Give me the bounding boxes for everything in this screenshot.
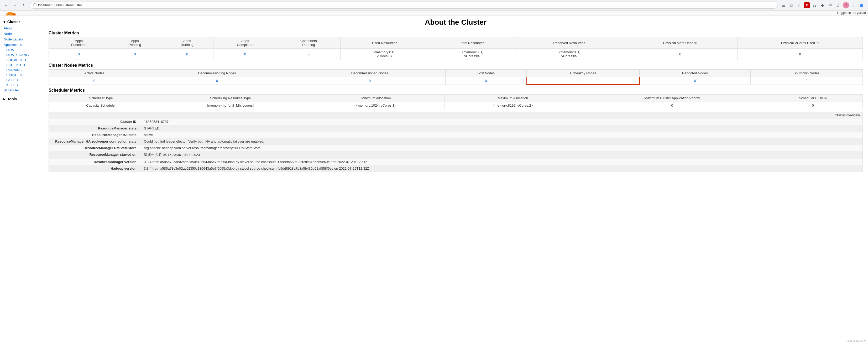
cluster-id-row: Cluster ID: 1685953416707 bbox=[49, 119, 863, 125]
cluster-info-table: Cluster ID: 1685953416707 ResourceManage… bbox=[49, 119, 863, 172]
scheduler-metrics-header: Scheduler Metrics bbox=[49, 88, 863, 93]
col-minimum-allocation: Minimum Allocation bbox=[308, 95, 444, 102]
val-maximum-allocation: <memory:8192, vCores:2> bbox=[444, 102, 581, 109]
sidebar-tools-label: Tools bbox=[7, 97, 17, 101]
sidebar-toggle-icon[interactable]: ▦ bbox=[859, 2, 865, 8]
val-decommissioned-nodes[interactable]: 0 bbox=[294, 77, 445, 85]
sidebar-sub-new[interactable]: NEW bbox=[0, 48, 43, 53]
rm-ha-state-label: ResourceManager HA state: bbox=[49, 131, 141, 138]
star-icon[interactable]: ☆ bbox=[796, 2, 802, 8]
col-shutdown-nodes: Shutdown Nodes bbox=[750, 70, 863, 77]
url-bar[interactable]: ⓘ localhost:8088/cluster/cluster bbox=[30, 2, 778, 9]
cluster-metrics-header: Cluster Metrics bbox=[49, 31, 863, 35]
col-rebooted-nodes: Rebooted Nodes bbox=[640, 70, 750, 77]
sidebar-sub-running[interactable]: RUNNING bbox=[0, 67, 43, 72]
rm-version-value: 3.3.4 from a585a73c3e02ac62350c136643a5e… bbox=[141, 159, 863, 165]
col-physical-mem: Physical Mem Used % bbox=[623, 37, 737, 49]
col-active-nodes: Active Nodes bbox=[49, 70, 140, 77]
sidebar-sub-killed[interactable]: KILLED bbox=[0, 83, 43, 88]
cluster-arrow-icon: ▼ bbox=[3, 20, 6, 24]
val-apps-completed[interactable]: 0 bbox=[213, 49, 277, 60]
history-icon[interactable]: ♬ bbox=[835, 2, 841, 8]
more-menu-icon[interactable]: ⋮ bbox=[851, 2, 857, 8]
sidebar-item-node-labels[interactable]: Node Labels bbox=[0, 36, 43, 42]
col-apps-submitted: AppsSubmitted bbox=[49, 37, 109, 49]
browser-ext-icon[interactable]: ◆ bbox=[819, 2, 826, 8]
profile-icon[interactable]: P bbox=[804, 2, 810, 8]
collections-icon[interactable]: ☷ bbox=[811, 2, 817, 8]
val-decommissioning-nodes[interactable]: 0 bbox=[140, 77, 294, 85]
col-scheduler-type: Scheduler Type bbox=[49, 95, 153, 102]
sidebar: ▼ Cluster About Nodes Node Labels Applic… bbox=[0, 15, 43, 339]
cluster-id-label: Cluster ID: bbox=[49, 119, 141, 125]
rm-started-label: ResourceManager started on: bbox=[49, 151, 141, 159]
col-apps-running: AppsRunning bbox=[161, 37, 213, 49]
rm-ha-state-row: ResourceManager HA state: active bbox=[49, 131, 863, 138]
col-total-resources: Total Resources bbox=[429, 37, 516, 49]
rm-zookeeper-value: Could not find leader elector. Verify bo… bbox=[141, 138, 863, 145]
cluster-nodes-metrics-header: Cluster Nodes Metrics bbox=[49, 63, 863, 68]
reload-button[interactable]: ↻ bbox=[21, 2, 27, 8]
col-used-resources: Used Resources bbox=[340, 37, 429, 49]
rm-ha-state-value: active bbox=[141, 131, 863, 138]
cluster-id-value: 1685953416707 bbox=[141, 119, 863, 125]
back-button[interactable]: ← bbox=[3, 2, 9, 8]
rm-state-label: ResourceManager state: bbox=[49, 125, 141, 131]
col-scheduler-busy: Scheduler Busy % bbox=[763, 95, 863, 102]
rm-zookeeper-label: ResourceManager HA zookeeper connection … bbox=[49, 138, 141, 145]
url-text: localhost:8088/cluster/cluster bbox=[38, 3, 82, 7]
svg-point-5 bbox=[8, 14, 9, 15]
sidebar-sub-submitted[interactable]: SUBMITTED bbox=[0, 58, 43, 62]
cluster-metrics-table: AppsSubmitted AppsPending AppsRunning Ap… bbox=[49, 37, 863, 60]
sidebar-item-applications[interactable]: Applications bbox=[0, 42, 43, 48]
val-shutdown-nodes[interactable]: 0 bbox=[750, 77, 863, 85]
val-apps-running[interactable]: 0 bbox=[161, 49, 213, 60]
val-reserved-resources: <memory:0 B,vCores:0> bbox=[516, 49, 623, 60]
sidebar-item-about[interactable]: About bbox=[0, 26, 43, 31]
forward-button[interactable]: → bbox=[12, 2, 19, 8]
col-apps-pending: AppsPending bbox=[109, 37, 161, 49]
hadoop-version-row: Hadoop version: 3.3.4 from a585a73c3e02a… bbox=[49, 165, 863, 172]
val-scheduler-type: Capacity Scheduler bbox=[49, 102, 153, 109]
cluster-nodes-table: Active Nodes Decommissioning Nodes Decom… bbox=[49, 69, 863, 85]
col-apps-completed: AppsCompleted bbox=[213, 37, 277, 49]
val-rebooted-nodes[interactable]: 0 bbox=[640, 77, 750, 85]
sidebar-sub-new-saving[interactable]: NEW_SAVING bbox=[0, 53, 43, 58]
security-icon: ⓘ bbox=[33, 3, 36, 7]
val-lost-nodes[interactable]: 0 bbox=[445, 77, 527, 85]
col-containers-running: ContainersRunning bbox=[277, 37, 341, 49]
val-containers-running: 0 bbox=[277, 49, 341, 60]
hadoop-version-value: 3.3.4 from a585a73c3e02ac62350c136643a5e… bbox=[141, 165, 863, 172]
sidebar-cluster-section: ▼ Cluster About Nodes Node Labels Applic… bbox=[0, 18, 43, 93]
tools-arrow-icon: ► bbox=[3, 97, 6, 101]
sidebar-sub-finished[interactable]: FINISHED bbox=[0, 72, 43, 77]
cluster-overview-header: Cluster overview bbox=[49, 112, 863, 119]
sidebar-cluster-header[interactable]: ▼ Cluster bbox=[0, 18, 43, 26]
hadoop-version-label: Hadoop version: bbox=[49, 165, 141, 172]
page-layout: ▼ Cluster About Nodes Node Labels Applic… bbox=[0, 15, 868, 339]
sidebar-sub-accepted[interactable]: ACCEPTED bbox=[0, 62, 43, 67]
val-apps-submitted[interactable]: 0 bbox=[49, 49, 109, 60]
split-screen-icon[interactable]: □ bbox=[788, 2, 795, 8]
val-unhealthy-nodes[interactable]: 1 bbox=[527, 77, 640, 85]
sidebar-tools-header[interactable]: ► Tools bbox=[0, 95, 43, 103]
col-max-priority: Maximum Cluster Application Priority bbox=[581, 95, 763, 102]
rm-state-store-value: org.apache.hadoop.yarn.server.resourcema… bbox=[141, 145, 863, 151]
val-apps-pending[interactable]: 0 bbox=[109, 49, 161, 60]
read-mode-icon[interactable]: ☰ bbox=[780, 2, 786, 8]
logged-in-text: Logged in as: yuxiao bbox=[837, 11, 866, 15]
rm-started-value: 星期一 六月 05 16:23:36 +0800 2023 bbox=[141, 151, 863, 159]
main-content: About the Cluster Cluster Metrics AppsSu… bbox=[43, 15, 868, 339]
favorites-icon[interactable]: ✉ bbox=[827, 2, 833, 8]
cluster-overview-section: Cluster overview Cluster ID: 16859534167… bbox=[49, 112, 863, 172]
val-active-nodes[interactable]: 0 bbox=[49, 77, 140, 85]
rm-state-store-row: ResourceManager RMStateStore: org.apache… bbox=[49, 145, 863, 151]
col-lost-nodes: Lost Nodes bbox=[445, 70, 527, 77]
val-used-resources: <memory:0 B,vCores:0> bbox=[340, 49, 429, 60]
rm-state-value: STARTED bbox=[141, 125, 863, 131]
user-avatar[interactable]: U bbox=[843, 2, 849, 8]
scheduler-metrics-table: Scheduler Type Scheduling Resource Type … bbox=[49, 94, 863, 109]
sidebar-sub-failed[interactable]: FAILED bbox=[0, 77, 43, 83]
sidebar-item-scheduler[interactable]: Scheduler bbox=[0, 88, 43, 93]
sidebar-item-nodes[interactable]: Nodes bbox=[0, 31, 43, 36]
